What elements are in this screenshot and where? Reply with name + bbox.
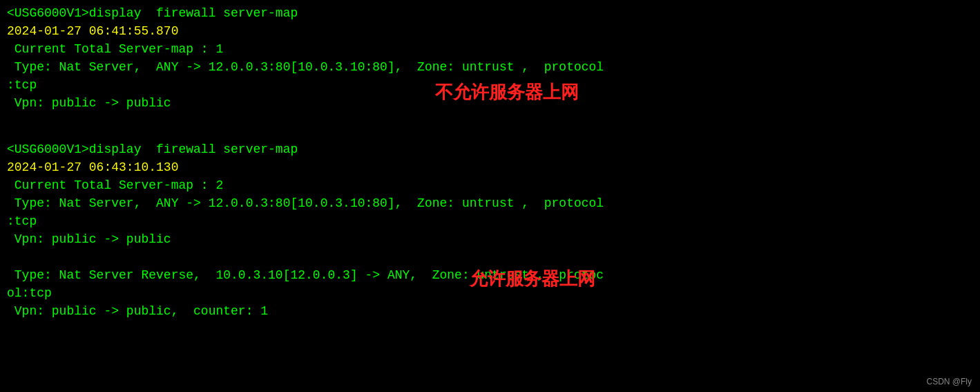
block1-line1: Current Total Server-map : 1 (7, 40, 973, 58)
annotation-no-access: 不允许服务器上网 (435, 80, 579, 106)
terminal-block-2: <USG6000V1>display firewall server-map 2… (7, 140, 973, 321)
block2-timestamp: 2024-01-27 06:43:10.130 (7, 158, 973, 176)
block2-line1: Current Total Server-map : 2 (7, 176, 973, 194)
watermark: CSDN @Fly (926, 376, 972, 388)
block2-line2: Type: Nat Server, ANY -> 12.0.0.3:80[10.… (7, 194, 973, 212)
block1-line2: Type: Nat Server, ANY -> 12.0.0.3:80[10.… (7, 58, 973, 76)
block1-timestamp: 2024-01-27 06:41:55.870 (7, 22, 973, 40)
annotation-allow-access: 允许服务器上网 (470, 266, 595, 292)
block2-prompt: <USG6000V1>display firewall server-map (7, 140, 973, 158)
block1-prompt: <USG6000V1>display firewall server-map (7, 4, 973, 22)
block2-line4: Vpn: public -> public (7, 230, 973, 248)
spacer-1 (7, 125, 973, 140)
block2-line3: :tcp (7, 212, 973, 230)
block2-line7: Vpn: public -> public, counter: 1 (7, 302, 973, 320)
block2-blank (7, 248, 973, 266)
